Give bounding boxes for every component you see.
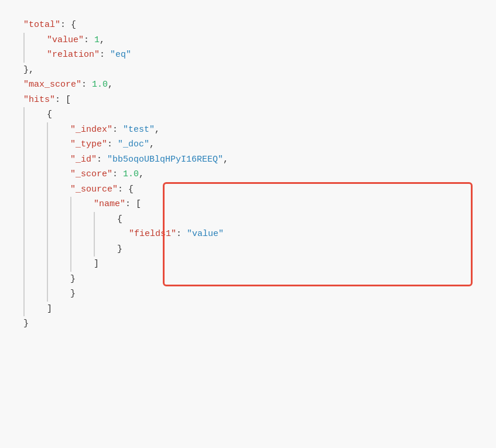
code-line: "hits": [ [12, 93, 496, 108]
highlighted-region: "_source": { "name": [ { [12, 182, 496, 287]
json-key: "_id" [70, 152, 97, 167]
code-line: } [12, 286, 496, 302]
json-key: "total" [23, 18, 60, 33]
code-line: "fields1": "value" [12, 227, 496, 242]
json-key: "_score" [70, 167, 112, 182]
code-line: "value": 1, [12, 33, 496, 48]
json-key: "fields1" [129, 227, 176, 242]
code-line: ] [12, 302, 496, 317]
json-key: "_index" [70, 122, 112, 138]
code-line: "_index": "test", [12, 122, 496, 138]
code-line: "_type": "_doc", [12, 137, 496, 152]
code-line: ] [12, 257, 496, 272]
code-line: "max_score": 1.0, [12, 77, 496, 93]
code-line: } [12, 242, 496, 257]
json-key: "relation" [47, 47, 100, 63]
code-line: "_id": "bb5oqoUBlqHPyI16REEQ", [12, 152, 496, 167]
code-line: "_score": 1.0, [12, 167, 496, 182]
json-key: "value" [47, 33, 84, 48]
code-line: } [12, 272, 496, 287]
json-key: "name" [94, 197, 125, 212]
code-line: }, [12, 63, 496, 78]
code-line: } [12, 316, 496, 331]
code-line: "relation": "eq" [12, 47, 496, 63]
code-viewer: "total": { "value": 1, "relation": "eq" … [0, 12, 496, 448]
code-line: { [12, 107, 496, 122]
code-line: { [12, 212, 496, 227]
code-line: "_source": { [12, 182, 496, 197]
json-key: "max_score" [23, 77, 81, 93]
code-line: "total": { [12, 18, 496, 33]
code-line: "name": [ [12, 197, 496, 212]
json-key: "_type" [70, 137, 107, 152]
json-key: "hits" [23, 93, 55, 108]
json-key: "_source" [70, 182, 118, 197]
